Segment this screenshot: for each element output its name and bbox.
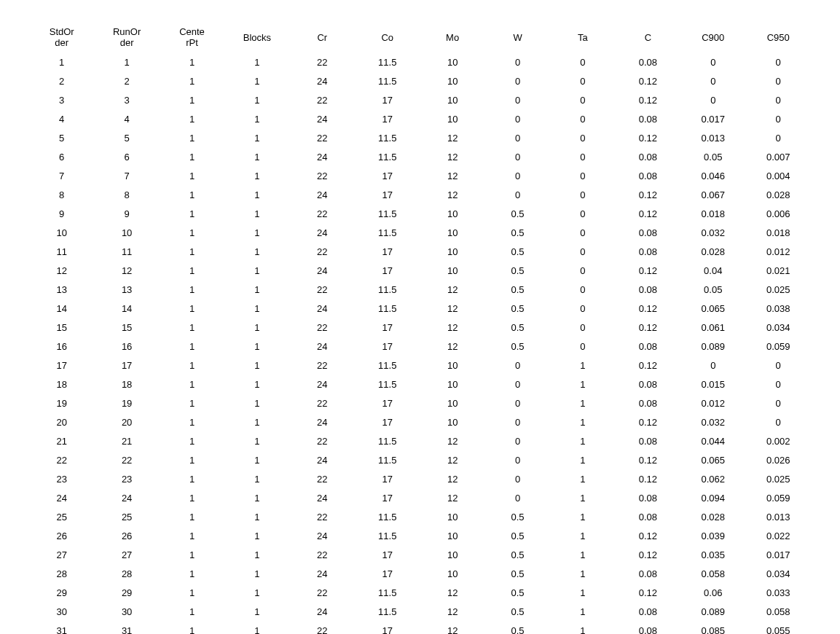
table-cell: 7 <box>94 166 159 185</box>
table-cell: 16 <box>94 337 159 356</box>
table-cell: 1 <box>550 602 615 621</box>
table-cell: 10 <box>420 507 484 526</box>
table-cell: 0.12 <box>616 299 680 318</box>
table-cell: 26 <box>29 526 94 545</box>
table-cell: 0.08 <box>616 564 680 583</box>
table-cell: 0.5 <box>485 621 550 634</box>
table-cell: 0.018 <box>745 223 811 242</box>
table-cell: 1 <box>224 90 289 109</box>
table-cell: 0.038 <box>745 299 811 318</box>
table-cell: 22 <box>29 450 94 469</box>
table-cell: 1 <box>224 223 289 242</box>
table-cell: 17 <box>355 394 420 412</box>
table-cell: 16 <box>29 337 94 356</box>
table-cell: 0 <box>485 71 550 90</box>
table-cell: 0.058 <box>680 564 745 583</box>
column-header: StdOr der <box>29 22 94 52</box>
table-cell: 0 <box>485 394 550 412</box>
table-cell: 6 <box>29 147 94 166</box>
table-cell: 11.5 <box>355 299 420 318</box>
table-cell: 1 <box>550 450 615 469</box>
table-cell: 19 <box>29 394 94 412</box>
table-cell: 0.026 <box>745 450 811 469</box>
table-cell: 22 <box>290 621 355 634</box>
table-cell: 24 <box>290 185 355 204</box>
table-row: 1313112211.5120.500.080.050.025 <box>29 280 811 299</box>
table-cell: 0 <box>550 166 615 185</box>
table-cell: 17 <box>355 337 420 356</box>
table-cell: 8 <box>94 185 159 204</box>
table-cell: 17 <box>355 242 420 261</box>
table-cell: 10 <box>420 71 484 90</box>
table-cell: 11.5 <box>355 375 420 394</box>
table-cell: 0 <box>680 71 745 90</box>
table-row: 232311221712010.120.0620.025 <box>29 469 811 488</box>
table-cell: 18 <box>29 375 94 394</box>
table-cell: 1 <box>224 621 289 634</box>
table-cell: 0 <box>485 90 550 109</box>
table-row: 2121112211.512010.080.0440.002 <box>29 431 811 450</box>
table-cell: 0.08 <box>616 375 680 394</box>
table-cell: 1 <box>550 356 615 375</box>
table-cell: 17 <box>355 412 420 431</box>
table-cell: 0 <box>745 71 811 90</box>
table-cell: 2 <box>29 71 94 90</box>
table-cell: 0.039 <box>680 526 745 545</box>
table-cell: 3 <box>94 90 159 109</box>
table-cell: 0.065 <box>680 450 745 469</box>
table-cell: 0.08 <box>616 147 680 166</box>
table-cell: 0 <box>550 261 615 280</box>
table-cell: 22 <box>290 52 355 71</box>
table-cell: 14 <box>29 299 94 318</box>
table-cell: 0.12 <box>616 71 680 90</box>
table-cell: 10 <box>420 526 484 545</box>
table-cell: 20 <box>29 412 94 431</box>
table-cell: 0.058 <box>745 602 811 621</box>
table-cell: 0 <box>485 450 550 469</box>
table-cell: 0 <box>485 412 550 431</box>
table-row: 55112211.512000.120.0130 <box>29 128 811 147</box>
table-cell: 0 <box>745 109 811 128</box>
table-cell: 1 <box>160 469 224 488</box>
table-cell: 10 <box>94 223 159 242</box>
table-cell: 21 <box>94 431 159 450</box>
table-cell: 11.5 <box>355 450 420 469</box>
table-row: 3131112217120.510.080.0850.055 <box>29 621 811 634</box>
table-cell: 0 <box>550 109 615 128</box>
table-cell: 0.012 <box>680 394 745 412</box>
table-row: 2727112217100.510.120.0350.017 <box>29 545 811 564</box>
table-cell: 0.5 <box>485 337 550 356</box>
table-cell: 0.12 <box>616 450 680 469</box>
table-row: 1010112411.5100.500.080.0320.018 <box>29 223 811 242</box>
table-cell: 12 <box>420 621 484 634</box>
column-header: C900 <box>680 22 745 52</box>
table-cell: 10 <box>420 223 484 242</box>
table-cell: 31 <box>94 621 159 634</box>
table-cell: 17 <box>355 166 420 185</box>
column-header: C950 <box>745 22 811 52</box>
table-cell: 12 <box>420 318 484 337</box>
table-cell: 17 <box>355 469 420 488</box>
table-cell: 8 <box>29 185 94 204</box>
table-cell: 17 <box>355 109 420 128</box>
column-header: Mo <box>420 22 484 52</box>
column-header: Ta <box>550 22 615 52</box>
table-cell: 0.5 <box>485 261 550 280</box>
table-cell: 12 <box>420 147 484 166</box>
table-cell: 0.08 <box>616 242 680 261</box>
table-row: 3030112411.5120.510.080.0890.058 <box>29 602 811 621</box>
table-cell: 0.5 <box>485 242 550 261</box>
table-cell: 4 <box>29 109 94 128</box>
table-cell: 29 <box>94 583 159 602</box>
table-cell: 0.5 <box>485 507 550 526</box>
table-cell: 11.5 <box>355 52 420 71</box>
table-cell: 6 <box>94 147 159 166</box>
table-cell: 1 <box>550 507 615 526</box>
table-cell: 0.065 <box>680 299 745 318</box>
table-cell: 10 <box>420 90 484 109</box>
table-cell: 0 <box>550 299 615 318</box>
table-cell: 0.025 <box>745 280 811 299</box>
table-cell: 1 <box>224 71 289 90</box>
table-cell: 1 <box>224 394 289 412</box>
table-cell: 0 <box>550 147 615 166</box>
